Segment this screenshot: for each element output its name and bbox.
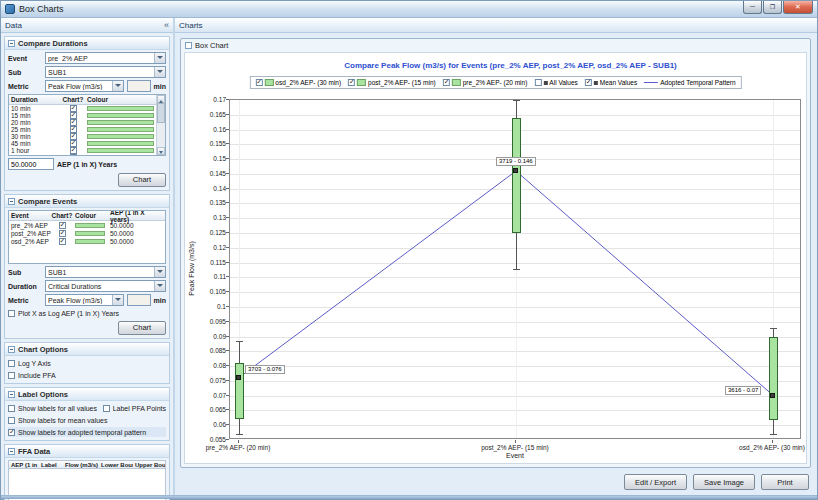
duration-colour-cell [85, 127, 156, 132]
log-y-axis-checkbox[interactable] [8, 360, 15, 367]
y-tick-label: 0.07 [188, 392, 226, 399]
y-tick-mark [226, 217, 229, 218]
print-button[interactable]: Print [761, 474, 809, 490]
compare-durations-header[interactable]: Compare Durations [5, 37, 169, 50]
sub-select[interactable]: SUB1 [45, 66, 166, 78]
legend-checkbox[interactable] [255, 79, 262, 86]
box-chart-title: Box Chart [195, 41, 228, 50]
log-y-axis-label: Log Y Axis [18, 360, 51, 367]
y-tick-mark [226, 321, 229, 322]
events-duration-select[interactable]: Critical Durations [45, 280, 166, 292]
chart-durations-button[interactable]: Chart [118, 173, 166, 187]
label-pfa-points-checkbox[interactable] [103, 405, 110, 412]
duration-row: 20 min [9, 119, 156, 126]
duration-chart-cell [61, 154, 85, 155]
duration-colour-swatch[interactable] [87, 141, 154, 146]
y-tick-label: 0.06 [188, 421, 226, 428]
data-panel-body: Compare Durations Event pre_2% AEP Sub [1, 33, 173, 495]
legend-checkbox[interactable] [534, 79, 541, 86]
y-tick-label: 0.105 [188, 288, 226, 295]
event-chart-checkbox[interactable] [59, 222, 66, 229]
duration-colour-swatch[interactable] [87, 113, 154, 118]
duration-colour-swatch[interactable] [87, 120, 154, 125]
event-aep-value: 50.0000 [107, 222, 165, 229]
event-select[interactable]: pre_2% AEP [45, 52, 166, 64]
events-sub-select[interactable]: SUB1 [45, 266, 166, 278]
durations-table: Duration Chart? Colour 10 min15 min20 mi… [8, 94, 166, 156]
include-pfa-checkbox[interactable] [8, 372, 15, 379]
event-aep-value: 50.0000 [107, 230, 165, 237]
duration-chart-checkbox[interactable] [70, 154, 77, 155]
event-chart-checkbox[interactable] [59, 238, 66, 245]
adopted-point-marker[interactable] [236, 375, 241, 380]
show-labels-mean-values-checkbox[interactable] [8, 417, 15, 424]
chart-options-header[interactable]: Chart Options [5, 343, 169, 356]
scroll-up-icon[interactable] [157, 95, 165, 103]
whisker-cap [236, 341, 243, 342]
legend-checkbox[interactable] [443, 79, 450, 86]
box[interactable] [512, 118, 521, 233]
events-metric-select[interactable]: Peak Flow (m3/s) [45, 294, 124, 306]
section-title: Chart Options [18, 345, 68, 354]
duration-colour-swatch[interactable] [87, 148, 154, 153]
chart-events-button[interactable]: Chart [118, 321, 166, 335]
duration-colour-cell [85, 113, 156, 118]
event-colour-swatch[interactable] [75, 239, 105, 244]
column-header-lower: Lower Bound [99, 462, 133, 468]
y-tick-label: 0.115 [188, 259, 226, 266]
x-axis-label: Event [229, 452, 801, 459]
durations-scrollbar[interactable] [156, 95, 165, 155]
y-tick-label: 0.09 [188, 333, 226, 340]
duration-name: 15 min [9, 112, 61, 119]
whisker-cap [770, 328, 777, 329]
label-options-header[interactable]: Label Options [5, 388, 169, 401]
legend-label: Adopted Temporal Pattern [660, 79, 735, 86]
chart-legend: osd_2% AEP- (30 min)post_2% AEP- (15 min… [249, 76, 741, 89]
duration-colour-swatch[interactable] [87, 134, 154, 139]
events-metric-duration-input[interactable] [127, 294, 151, 306]
legend-checkbox[interactable] [348, 79, 355, 86]
collapse-panel-icon[interactable] [164, 20, 169, 30]
box[interactable] [769, 337, 778, 420]
column-header-chart: Chart? [61, 96, 85, 103]
minimize-button[interactable] [743, 1, 762, 14]
metric-select[interactable]: Peak Flow (m3/s) [45, 80, 124, 92]
compare-events-header[interactable]: Compare Events [5, 195, 169, 208]
ffa-data-header[interactable]: FFA Data [5, 445, 169, 458]
ffa-table-header: AEP (1 in X) Label Flow (m3/s) Lower Bou… [8, 460, 166, 469]
event-colour-swatch[interactable] [75, 231, 105, 236]
close-button[interactable] [783, 1, 813, 14]
legend-marker-icon [543, 81, 547, 85]
event-colour-swatch[interactable] [75, 223, 105, 228]
y-tick-label: 0.13 [188, 214, 226, 221]
y-tick-label: 0.16 [188, 126, 226, 133]
event-chart-checkbox[interactable] [59, 230, 66, 237]
metric-label: Metric [8, 83, 42, 90]
duration-colour-cell [85, 106, 156, 111]
duration-colour-swatch[interactable] [87, 106, 154, 111]
legend-checkbox[interactable] [585, 79, 592, 86]
legend-swatch-icon [357, 79, 366, 86]
box-chart-icon [185, 42, 192, 49]
duration-colour-cell [85, 134, 156, 139]
aep-years-input[interactable] [8, 158, 54, 170]
titlebar: Box Charts [1, 1, 817, 18]
edit-export-button[interactable]: Edit / Export [624, 474, 687, 490]
show-labels-adopted-pattern-checkbox[interactable] [8, 429, 15, 436]
duration-name: 45 min [9, 140, 61, 147]
metric-duration-input[interactable] [127, 80, 151, 92]
duration-colour-swatch[interactable] [87, 127, 154, 132]
show-labels-all-values-checkbox[interactable] [8, 405, 15, 412]
box[interactable] [235, 363, 244, 419]
adopted-point-marker[interactable] [513, 168, 518, 173]
scrollbar-thumb[interactable] [157, 103, 165, 123]
maximize-button[interactable] [763, 1, 782, 14]
duration-colour-cell [85, 120, 156, 125]
adopted-point-marker[interactable] [770, 393, 775, 398]
legend-item: All Values [534, 79, 577, 86]
plot-x-log-checkbox[interactable] [8, 310, 15, 317]
chart-options-section: Chart Options Log Y Axis Include PFA [4, 342, 170, 384]
save-image-button[interactable]: Save Image [693, 474, 755, 490]
scrollbar-track[interactable] [157, 123, 165, 147]
scroll-down-icon[interactable] [157, 147, 165, 155]
